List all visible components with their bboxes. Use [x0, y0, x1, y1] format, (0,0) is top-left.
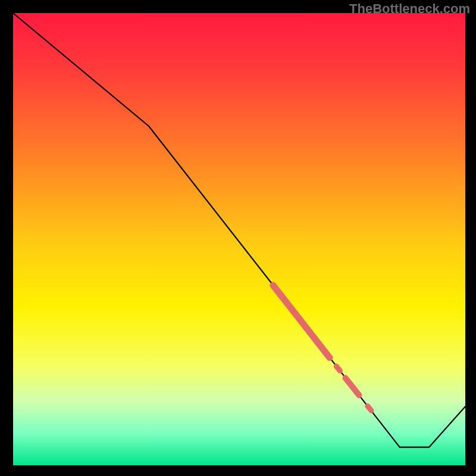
highlight-segment	[336, 367, 340, 371]
gradient-background	[13, 13, 465, 465]
watermark-text: TheBottleneck.com	[349, 1, 470, 17]
chart-svg	[0, 0, 476, 476]
highlight-segment	[368, 406, 371, 411]
bottleneck-chart	[0, 0, 476, 476]
